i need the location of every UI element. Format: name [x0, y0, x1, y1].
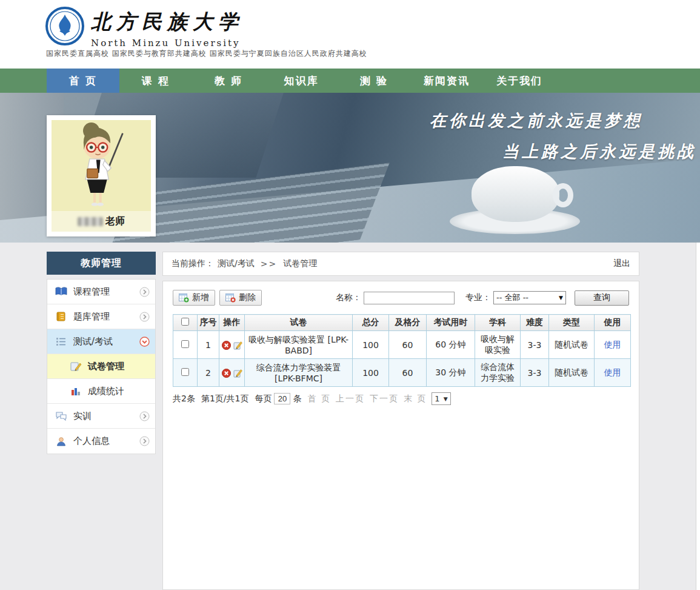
- pagination-total: 共2条: [173, 394, 195, 404]
- cell-difficulty: 3-3: [521, 331, 549, 359]
- sidebar-item-course-management[interactable]: 课程管理: [47, 280, 155, 304]
- table-header-row: 序号 操作 试卷 总分 及格分 考试用时 学科 难度 类型 使用: [173, 315, 631, 331]
- scrollbar-track[interactable]: [696, 243, 700, 590]
- sidebar-item-label: 课程管理: [73, 286, 110, 298]
- papers-table: 序号 操作 试卷 总分 及格分 考试用时 学科 难度 类型 使用 1: [173, 314, 631, 387]
- nav-item-knowledge[interactable]: 知识库: [265, 69, 338, 93]
- add-button-label: 新增: [192, 292, 209, 303]
- col-header-no: 序号: [198, 315, 219, 331]
- chevron-down-icon: [139, 337, 150, 347]
- cell-total: 100: [353, 359, 389, 387]
- sidebar-item-practical-training[interactable]: 实训: [47, 404, 155, 429]
- sidebar-item-label: 测试/考试: [73, 336, 113, 347]
- list-icon: [55, 336, 67, 347]
- breadcrumb-separator: >>: [261, 259, 277, 269]
- sidebar-item-label: 个人信息: [73, 435, 110, 447]
- sidebar-item-label: 实训: [73, 411, 92, 422]
- delete-row-icon[interactable]: [222, 341, 231, 350]
- nav-item-tests[interactable]: 测 验: [338, 69, 410, 93]
- person-icon: [55, 436, 67, 447]
- chat-bubbles-icon: [55, 411, 67, 421]
- delete-button[interactable]: 删除: [219, 290, 262, 306]
- row-checkbox[interactable]: [181, 340, 189, 348]
- col-header-difficulty: 难度: [521, 315, 549, 331]
- blurred-name: [78, 217, 103, 226]
- select-all-header: [173, 315, 198, 331]
- cell-type: 随机试卷: [549, 359, 595, 387]
- edit-row-icon[interactable]: [233, 369, 242, 378]
- site-header: 北方民族大学 North Minzu University 国家民委直属高校 国…: [0, 0, 700, 69]
- nav-item-home[interactable]: 首 页: [47, 69, 119, 93]
- main-panel: 新增 删除 名称： 专业： -- 全部 --: [162, 281, 639, 590]
- per-page-prefix: 每页: [255, 394, 272, 404]
- first-page-link[interactable]: 首 页: [307, 394, 330, 404]
- col-header-total: 总分: [353, 315, 389, 331]
- cell-type: 随机试卷: [549, 331, 595, 359]
- page-number-value: 1: [435, 394, 439, 403]
- row-checkbox[interactable]: [181, 368, 189, 376]
- per-page-input[interactable]: [274, 393, 290, 404]
- breadcrumb-prefix: 当前操作：: [172, 258, 214, 269]
- dropdown-arrow-icon: ▼: [444, 396, 448, 402]
- sidebar-title: 教师管理: [47, 252, 156, 275]
- sidebar-item-paper-management[interactable]: 试卷管理: [47, 354, 155, 379]
- query-button[interactable]: 查询: [575, 290, 629, 306]
- sidebar-item-tests-exams[interactable]: 测试/考试: [47, 329, 155, 354]
- edit-paper-icon: [70, 361, 82, 372]
- name-field-label: 名称：: [336, 292, 361, 303]
- logout-link[interactable]: 退出: [613, 258, 630, 269]
- cup-handle-shape: [553, 183, 573, 207]
- nav-item-courses[interactable]: 课 程: [119, 69, 192, 93]
- university-name-cn: 北方民族大学: [91, 8, 244, 36]
- table-add-icon: [179, 293, 189, 303]
- cell-pass: 60: [389, 359, 427, 387]
- last-page-link[interactable]: 末 页: [404, 394, 427, 404]
- prev-page-link[interactable]: 上一页: [336, 394, 365, 404]
- page: 北方民族大学 North Minzu University 国家民委直属高校 国…: [0, 0, 700, 590]
- university-logo: [45, 7, 84, 45]
- name-input[interactable]: [364, 292, 455, 304]
- chevron-right-icon: [139, 287, 150, 297]
- nav-item-news[interactable]: 新闻资讯: [410, 69, 483, 93]
- cell-duration: 30 分钟: [427, 359, 475, 387]
- university-title-block: 北方民族大学 North Minzu University: [91, 8, 244, 49]
- sidebar-item-score-statistics[interactable]: 成绩统计: [47, 379, 155, 404]
- coffee-cup-shape: [472, 166, 559, 222]
- cell-operations: [219, 359, 245, 387]
- slogan-line-2: 当上路之后永远是挑战: [430, 141, 696, 163]
- major-select[interactable]: -- 全部 -- ▼: [493, 291, 566, 304]
- teacher-cartoon-icon: [52, 120, 151, 211]
- cell-paper: 吸收与解吸实验装置 [LPK-BABD]: [245, 331, 353, 359]
- delete-button-label: 删除: [239, 292, 256, 303]
- edit-row-icon[interactable]: [233, 341, 242, 350]
- use-link[interactable]: 使用: [604, 340, 621, 349]
- cell-paper: 综合流体力学实验装置 [LPK-BFMC]: [245, 359, 353, 387]
- sidebar-item-label: 题库管理: [73, 311, 110, 323]
- breadcrumb-section: 测试/考试: [218, 258, 255, 269]
- sidebar-item-question-bank[interactable]: 题库管理: [47, 304, 155, 329]
- dropdown-arrow-icon: ▼: [559, 295, 563, 301]
- banner-slogan: 在你出发之前永远是梦想 当上路之后永远是挑战: [430, 110, 696, 163]
- col-header-subject: 学科: [475, 315, 521, 331]
- add-button[interactable]: 新增: [173, 290, 215, 306]
- cell-pass: 60: [389, 331, 427, 359]
- page-number-select[interactable]: 1 ▼: [432, 392, 450, 405]
- table-row: 2 综合流体力学实验装置 [LPK-BFMC] 100: [173, 359, 631, 387]
- nav-item-teachers[interactable]: 教 师: [192, 69, 265, 93]
- sidebar-item-personal-info[interactable]: 个人信息: [47, 429, 155, 454]
- cell-duration: 60 分钟: [427, 331, 475, 359]
- use-link[interactable]: 使用: [604, 367, 621, 377]
- select-all-checkbox[interactable]: [181, 318, 189, 326]
- cell-subject: 吸收与解吸实验: [475, 331, 521, 359]
- table-row: 1 吸收与解吸实验装置 [LPK-BABD] 100: [173, 331, 631, 359]
- next-page-link[interactable]: 下一页: [370, 394, 399, 404]
- nav-item-about[interactable]: 关于我们: [483, 69, 556, 93]
- per-page-suffix: 条: [293, 394, 301, 404]
- cell-total: 100: [353, 331, 389, 359]
- teacher-name: 老师: [52, 211, 151, 232]
- delete-row-icon[interactable]: [222, 369, 231, 378]
- col-header-use: 使用: [595, 315, 631, 331]
- pagination: 共2条 第1页/共1页 每页 条 首 页 上一页 下一页 末 页 1 ▼: [173, 392, 629, 405]
- chevron-right-icon: [139, 436, 150, 446]
- main-nav-items: 首 页 课 程 教 师 知识库 测 验 新闻资讯 关于我们: [47, 69, 556, 93]
